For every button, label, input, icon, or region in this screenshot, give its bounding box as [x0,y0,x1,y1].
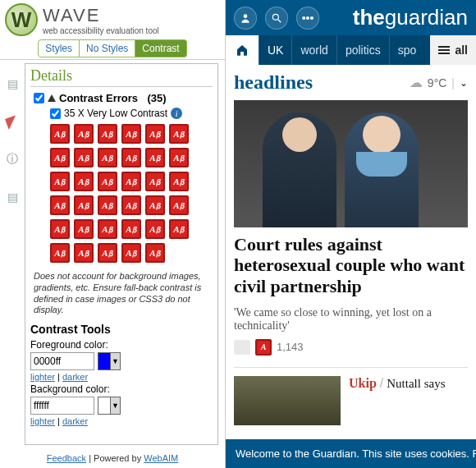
webaim-link[interactable]: WebAIM [144,453,178,463]
contrast-error-icon[interactable]: Aꞵ [169,124,189,144]
nav-uk[interactable]: UK [259,35,291,65]
tab-no-styles[interactable]: No Styles [80,39,135,57]
contrast-error-icon[interactable]: Aꞵ [98,195,117,215]
cloud-icon: ☁ [410,75,423,90]
secondary-image [234,376,341,425]
more-icon[interactable]: ••• [296,7,319,30]
contrast-error-icon[interactable]: Aꞵ [74,195,94,215]
subline-checkbox[interactable] [50,108,61,119]
fg-adjust: lighter | darker [30,372,213,382]
search-icon[interactable] [265,7,288,30]
contrast-error-icon[interactable]: Aꞵ [145,124,165,144]
guardian-body: headlines ☁ 9°C | ⌄ Court rules against … [226,65,476,468]
contrast-error-icon[interactable]: Aꞵ [50,243,70,263]
errors-count: (35) [147,92,166,104]
secondary-story[interactable]: Ukip/Nuttall says [234,367,468,425]
guardian-masthead: ••• theguardian UK world politics spo al… [226,0,476,65]
contrast-error-icon[interactable]: Aꞵ [169,195,189,215]
bg-input[interactable] [30,397,94,415]
bg-swatch[interactable]: ▼ [98,397,121,415]
weather-divider: | [451,76,455,89]
tab-contrast[interactable]: Contrast [135,39,186,57]
details-heading: Details [30,67,213,87]
contrast-error-icon[interactable]: Aꞵ [98,219,117,239]
guardian-logo[interactable]: theguardian [353,5,468,30]
contrast-error-icon[interactable]: Aꞵ [50,124,70,144]
chevron-down-icon[interactable]: ▼ [110,397,120,414]
flag-icon[interactable]: ◤ [2,112,21,131]
bg-adjust: lighter | darker [30,416,213,426]
nav-world[interactable]: world [291,35,336,65]
contrast-error-icon[interactable]: Aꞵ [50,148,70,167]
contrast-error-icon[interactable]: Aꞵ [145,243,165,263]
info-icon[interactable]: ⓘ [5,152,20,167]
fg-input[interactable] [30,352,94,370]
tab-styles[interactable]: Styles [38,39,80,57]
lead-comments[interactable]: A 1,143 [234,339,468,356]
contrast-error-icon[interactable]: Aꞵ [98,148,117,167]
contrast-error-icon[interactable]: Aꞵ [50,172,70,191]
contrast-error-icon[interactable]: Aꞵ [98,243,117,263]
contrast-error-icon[interactable]: Aꞵ [74,124,94,144]
feedback-link[interactable]: Feedback [47,453,86,463]
contrast-error-icon[interactable]: Aꞵ [169,172,189,191]
guardian-nav: UK world politics spo all [226,35,476,65]
cookie-banner[interactable]: Welcome to the Guardian. This site uses … [226,439,476,468]
contrast-error-icon[interactable]: Aꞵ [121,243,141,263]
weather-temp: 9°C [428,76,447,89]
svg-point-0 [244,14,248,18]
contrast-error-icon[interactable]: Aꞵ [50,219,70,239]
contrast-error-icon[interactable]: Aꞵ [145,219,165,239]
contrast-error-icon[interactable]: Aꞵ [98,124,117,144]
lead-headline[interactable]: Court rules against heterosexual couple … [234,234,468,296]
nav-all-button[interactable]: all [430,35,476,65]
svg-point-1 [272,14,278,20]
contrast-error-icon[interactable]: Aꞵ [121,195,141,215]
wave-sidebar-gutter: ▤ ◤ ⓘ ▤ [0,60,25,448]
home-icon[interactable] [226,35,259,65]
contrast-error-icon[interactable]: Aꞵ [74,172,94,191]
expand-icon [48,94,56,102]
contrast-error-icon[interactable]: Aꞵ [121,148,141,167]
wave-tabs: Styles No Styles Contrast [5,39,220,57]
contrast-error-icon[interactable]: Aꞵ [145,195,165,215]
lead-image[interactable] [234,100,468,227]
chevron-down-icon[interactable]: ⌄ [460,77,468,89]
contrast-errors-row[interactable]: Contrast Errors (35) [34,92,213,104]
contrast-error-icon[interactable]: Aꞵ [74,219,94,239]
summary-icon[interactable]: ▤ [5,76,20,91]
contrast-error-icon[interactable]: Aꞵ [50,195,70,215]
errors-label: Contrast Errors [59,92,138,104]
wave-subtitle: web accessibility evaluation tool [43,26,159,35]
fg-darker-link[interactable]: darker [62,372,88,382]
contrast-error-icon[interactable]: Aꞵ [145,172,165,191]
contrast-error-icon[interactable]: Aꞵ [169,148,189,167]
section-title[interactable]: headlines [234,71,313,94]
contrast-error-icon[interactable]: Aꞵ [74,243,94,263]
hamburger-icon [438,44,450,56]
contrast-error-icon[interactable]: Aꞵ [145,148,165,167]
nav-politics[interactable]: politics [336,35,389,65]
contrast-error-icon[interactable]: Aꞵ [169,219,189,239]
nav-sport[interactable]: spo [389,35,425,65]
outline-icon[interactable]: ▤ [5,190,20,204]
guardian-page: ••• theguardian UK world politics spo al… [226,0,476,468]
fg-lighter-link[interactable]: lighter [30,372,55,382]
errors-checkbox[interactable] [34,93,44,103]
bg-lighter-link[interactable]: lighter [30,416,55,426]
info-icon[interactable]: i [171,108,182,119]
fg-swatch[interactable]: ▼ [98,352,121,370]
tools-heading: Contrast Tools [30,323,213,336]
fg-label: Foreground color: [30,339,213,351]
contrast-error-icon[interactable]: Aꞵ [121,219,141,239]
bg-darker-link[interactable]: darker [62,416,88,426]
contrast-error-icon[interactable]: Aꞵ [98,172,117,191]
weather-widget[interactable]: ☁ 9°C | ⌄ [410,75,468,90]
contrast-error-icon[interactable]: Aꞵ [121,124,141,144]
contrast-error-icon[interactable]: Aꞵ [121,172,141,191]
profile-icon[interactable] [234,7,257,30]
chevron-down-icon[interactable]: ▼ [110,353,120,369]
contrast-error-icon[interactable]: Aꞵ [74,148,94,167]
very-low-contrast-row[interactable]: 35 X Very Low Contrast i [50,108,213,119]
bg-label: Background color: [30,383,213,395]
